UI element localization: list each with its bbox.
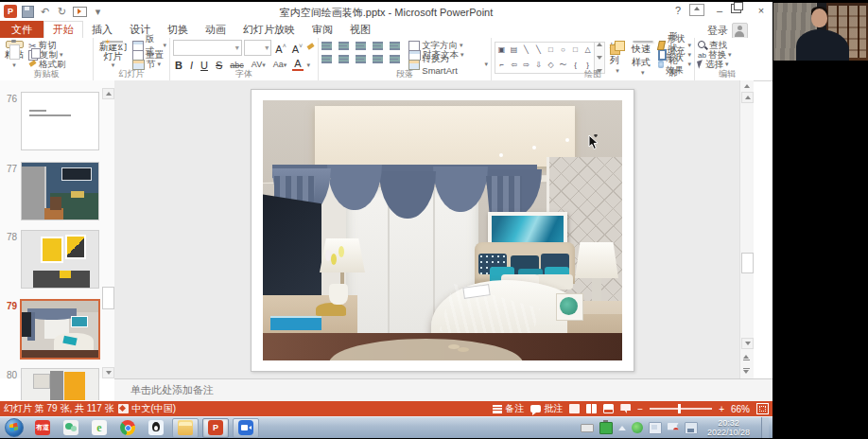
slide-canvas[interactable] [251,89,634,372]
wechat-icon [63,420,78,435]
zoom-out-button[interactable]: − [637,404,643,414]
shrink-font-button[interactable]: A˅ [290,40,304,56]
spell-check-icon[interactable] [118,404,129,413]
windows-taskbar: 有道 e P 20:32 2022/10/28 [0,416,773,438]
tray-expand-icon[interactable] [618,426,626,430]
slide-78-thumbnail[interactable] [21,230,99,289]
arrange-button[interactable]: 排列▾ [608,40,627,70]
taskbar-clock[interactable]: 20:32 2022/10/28 [703,418,754,437]
ribbon-collapse-button[interactable] [742,81,752,90]
restore-button[interactable] [731,4,750,18]
tab-review[interactable]: 审阅 [304,21,341,38]
next-slide-button[interactable] [741,366,752,376]
paste-button[interactable]: 粘贴 ▾ [3,40,26,70]
drawing-group-label: 绘图 [492,68,694,80]
ribbon-display-options-button[interactable] [689,4,708,18]
tab-file[interactable]: 文件 [0,21,43,38]
editor-scroll-up-button[interactable] [741,92,754,103]
antivirus-tray-icon[interactable] [632,422,643,433]
photo-tv [263,194,321,309]
reading-view-button[interactable] [603,404,614,413]
quick-styles-button[interactable]: 快速样式▾ [630,40,655,70]
align-center-icon[interactable] [339,55,349,63]
taskbar-360-browser[interactable]: e [87,419,112,437]
normal-view-button[interactable] [569,404,580,413]
photo-blue-books [270,316,321,330]
tab-view[interactable]: 视图 [341,21,379,38]
360-browser-icon: e [92,420,107,435]
clear-formatting-icon[interactable] [306,44,315,52]
close-button[interactable]: × [752,4,771,18]
notes-toggle-button[interactable]: 备注 [493,402,524,415]
decrease-indent-icon[interactable] [356,42,366,50]
grow-font-button[interactable]: A˄ [273,40,287,56]
notes-pane[interactable]: 单击此处添加备注 [114,378,773,401]
font-group-label: 字体 [170,68,318,80]
slide-thumbnail-panel: 76 77 78 79 [0,80,115,378]
ribbon-options-icon [689,4,704,16]
documents-tray-icon[interactable] [649,422,662,434]
tab-animations[interactable]: 动画 [197,21,234,38]
line-spacing-icon[interactable] [390,42,400,50]
slide-77-thumbnail[interactable] [21,162,99,220]
windows-start-icon [5,418,24,437]
keyboard-tray-icon[interactable] [581,424,594,432]
system-tray: 20:32 2022/10/28 [581,417,773,438]
zoom-slider-thumb[interactable] [678,404,681,413]
font-name-combobox[interactable]: ▾ [173,40,242,56]
slideshow-view-button[interactable] [620,404,631,413]
new-slide-button[interactable]: 新建幻灯片 ▾ [96,40,130,70]
taskbar-powerpoint-active[interactable]: P [202,418,229,438]
align-right-icon[interactable] [356,55,366,63]
network-tray-icon[interactable] [685,422,698,434]
previous-slide-button[interactable] [741,353,752,362]
thumb-scroll-up-button[interactable] [102,88,114,99]
tab-home[interactable]: 开始 [43,21,83,38]
taskbar-wechat[interactable] [59,419,83,437]
slide-counter: 幻灯片 第 79 张, 共 117 张 [4,402,114,415]
language-indicator[interactable]: 中文(中国) [132,402,177,415]
slide-80-thumbnail[interactable] [21,368,99,400]
action-center-flag-icon[interactable] [668,423,679,433]
tab-insert[interactable]: 插入 [83,21,121,38]
slide-76-thumbnail[interactable] [21,92,99,150]
taskbar-qq[interactable] [144,419,168,437]
zoom-in-button[interactable]: + [719,404,724,414]
taskbar-chrome[interactable] [115,419,140,437]
comments-toggle-button[interactable]: 批注 [530,402,563,415]
taskbar-file-explorer[interactable] [172,418,199,438]
increase-indent-icon[interactable] [373,42,383,50]
numbering-icon[interactable] [339,42,349,50]
show-desktop-button[interactable] [761,417,769,438]
taskbar-meeting-app[interactable] [233,418,259,438]
bullets-icon[interactable] [321,42,332,50]
align-left-icon[interactable] [321,55,332,63]
collapse-ribbon-icon [744,84,750,88]
mouse-cursor [586,134,599,151]
slide-79-thumbnail-selected[interactable] [20,299,100,360]
columns-icon[interactable] [390,55,400,63]
taskbar-youdao[interactable]: 有道 [30,419,55,437]
thumb-scroll-down-button[interactable] [102,367,114,378]
minimize-button[interactable]: – [710,4,729,18]
thumbnail-scrollbar[interactable] [102,88,113,378]
slide-sorter-view-button[interactable] [586,404,597,413]
sign-in-area[interactable]: 登录 [707,23,748,39]
font-size-combobox[interactable]: ▾ [244,40,272,56]
thumb-scroll-thumb[interactable] [102,287,114,309]
editor-scroll-down-button[interactable] [741,338,754,349]
tab-slideshow[interactable]: 幻灯片放映 [234,21,304,38]
zoom-percentage[interactable]: 66% [731,404,750,414]
editor-scrollbar[interactable] [739,80,754,378]
help-button[interactable]: ? [668,4,687,18]
slide-editor-area [114,80,753,378]
start-button[interactable] [2,419,26,437]
justify-icon[interactable] [373,55,383,63]
editor-scroll-thumb[interactable] [741,253,754,273]
tab-transitions[interactable]: 切换 [159,21,197,38]
photo-right-lamp-shade [575,242,618,278]
photo-flowers [331,254,337,265]
fit-slide-to-window-button[interactable] [756,403,769,414]
zoom-slider[interactable] [650,408,712,410]
battery-tray-icon[interactable] [599,422,613,434]
